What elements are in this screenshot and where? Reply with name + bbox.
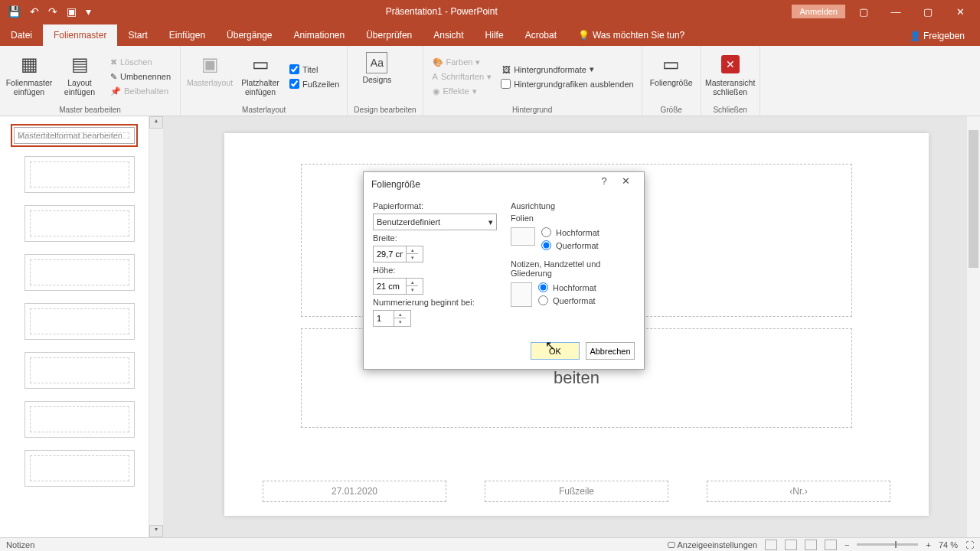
layout-icon: ▤ bbox=[67, 52, 92, 77]
canvas-scrollbar[interactable] bbox=[967, 116, 980, 537]
numbering-input[interactable] bbox=[374, 314, 394, 323]
tab-ueberpruefen[interactable]: Überprüfen bbox=[355, 24, 423, 46]
spin-up-icon[interactable]: ▴ bbox=[394, 311, 406, 318]
layout-thumbnail[interactable] bbox=[24, 352, 135, 389]
title-checkbox[interactable]: Titel bbox=[288, 63, 341, 76]
master-thumbnail[interactable]: Mastertitelformat bearbeiten bbox=[14, 127, 135, 144]
ribbon-options-icon[interactable]: ▢ bbox=[850, 6, 877, 18]
layout-thumbnail[interactable] bbox=[24, 156, 135, 193]
cancel-button[interactable]: Abbrechen bbox=[586, 342, 635, 360]
insert-slidemaster-button[interactable]: ▦ Folienmaster einfügen bbox=[6, 49, 52, 104]
date-placeholder[interactable]: 27.01.2020 bbox=[263, 481, 446, 502]
group-design-bearbeiten: Design bearbeiten bbox=[354, 104, 416, 114]
tab-start[interactable]: Start bbox=[117, 24, 158, 46]
ribbon-tabs: Datei Folienmaster Start Einfügen Übergä… bbox=[0, 23, 980, 46]
height-label: Höhe: bbox=[373, 266, 497, 275]
spin-down-icon[interactable]: ▾ bbox=[407, 254, 418, 262]
rename-button[interactable]: ✎ Umbenennen bbox=[107, 70, 174, 83]
window-title: Präsentation1 - PowerPoint bbox=[91, 6, 792, 17]
height-input[interactable] bbox=[374, 282, 406, 291]
group-master-bearbeiten: Master bearbeiten bbox=[6, 104, 174, 114]
dialog-help-icon[interactable]: ? bbox=[593, 175, 615, 194]
width-label: Breite: bbox=[373, 233, 497, 243]
footer-placeholder[interactable]: Fußzeile bbox=[485, 481, 668, 502]
reading-view-icon[interactable] bbox=[805, 540, 817, 550]
slide-size-icon: ▭ bbox=[659, 52, 684, 77]
footers-checkbox[interactable]: Fußzeilen bbox=[288, 77, 341, 90]
colors-button[interactable]: 🎨 Farben ▾ bbox=[430, 56, 495, 69]
layout-thumbnail[interactable] bbox=[24, 450, 135, 487]
layout-thumbnail[interactable] bbox=[24, 401, 135, 438]
background-styles-button[interactable]: 🖼 Hintergrundformate ▾ bbox=[499, 63, 635, 76]
fonts-button[interactable]: A Schriftarten ▾ bbox=[430, 70, 495, 83]
ribbon: ▦ Folienmaster einfügen ▤ Layout einfüge… bbox=[0, 46, 980, 116]
height-spinner[interactable]: ▴▾ bbox=[373, 278, 423, 295]
normal-view-icon[interactable] bbox=[765, 540, 777, 550]
designs-icon: Aa bbox=[366, 52, 387, 73]
maximize-icon[interactable]: ▢ bbox=[914, 6, 942, 18]
undo-icon[interactable]: ↶ bbox=[30, 5, 39, 18]
width-input[interactable] bbox=[374, 249, 406, 259]
dialog-title: Foliengröße bbox=[371, 179, 593, 190]
effects-button[interactable]: ◉ Effekte ▾ bbox=[430, 85, 495, 98]
layout-thumbnail[interactable] bbox=[24, 254, 135, 291]
chevron-down-icon: ▾ bbox=[488, 217, 493, 227]
tab-ansicht[interactable]: Ansicht bbox=[423, 24, 474, 46]
slides-portrait-radio[interactable]: Hochformat bbox=[541, 226, 599, 239]
tab-datei[interactable]: Datei bbox=[0, 24, 43, 46]
save-icon[interactable]: 💾 bbox=[8, 5, 21, 18]
spin-down-icon[interactable]: ▾ bbox=[394, 318, 406, 326]
slideshow-icon[interactable]: ▣ bbox=[67, 5, 77, 18]
designs-button[interactable]: Aa Designs bbox=[354, 49, 400, 104]
spin-up-icon[interactable]: ▴ bbox=[407, 246, 418, 254]
login-button[interactable]: Anmelden bbox=[792, 5, 845, 18]
layout-thumbnail[interactable] bbox=[24, 205, 135, 242]
tab-acrobat[interactable]: Acrobat bbox=[514, 24, 567, 46]
tab-einfuegen[interactable]: Einfügen bbox=[158, 24, 216, 46]
ok-button[interactable]: OK bbox=[531, 342, 580, 360]
minimize-icon[interactable]: — bbox=[882, 6, 910, 18]
insert-layout-button[interactable]: ▤ Layout einfügen bbox=[57, 49, 103, 104]
tab-uebergaenge[interactable]: Übergänge bbox=[216, 24, 283, 46]
tab-folienmaster[interactable]: Folienmaster bbox=[43, 24, 117, 46]
tab-animationen[interactable]: Animationen bbox=[283, 24, 355, 46]
display-settings-button[interactable]: 🖵 Anzeigeeinstellungen bbox=[667, 540, 757, 549]
share-button[interactable]: 👤 Freigeben bbox=[910, 31, 965, 41]
sorter-view-icon[interactable] bbox=[785, 540, 797, 550]
delete-button[interactable]: ✖ Löschen bbox=[107, 56, 174, 69]
group-groesse: Größe bbox=[648, 104, 694, 114]
slides-landscape-radio[interactable]: Querformat bbox=[541, 239, 599, 252]
landscape-icon bbox=[511, 227, 535, 246]
spin-down-icon[interactable]: ▾ bbox=[407, 286, 418, 294]
close-master-button[interactable]: ✕ Masteransicht schließen bbox=[707, 49, 753, 104]
redo-icon[interactable]: ↷ bbox=[48, 5, 57, 18]
thumbs-scrollbar[interactable]: ▴ ▾ bbox=[149, 116, 163, 537]
preserve-button[interactable]: 📌 Beibehalten bbox=[107, 85, 174, 98]
fit-window-icon[interactable]: ⛶ bbox=[965, 540, 974, 549]
insert-placeholder-button[interactable]: ▭ Platzhalter einfügen bbox=[237, 49, 283, 104]
tab-hilfe[interactable]: Hilfe bbox=[475, 24, 514, 46]
placeholder-icon: ▭ bbox=[248, 52, 273, 77]
numbering-label: Nummerierung beginnt bei: bbox=[373, 298, 497, 307]
notes-portrait-radio[interactable]: Hochformat bbox=[538, 281, 596, 294]
qat-dropdown-icon[interactable]: ▾ bbox=[86, 5, 91, 18]
spin-up-icon[interactable]: ▴ bbox=[407, 279, 418, 286]
width-spinner[interactable]: ▴▾ bbox=[373, 246, 423, 262]
slidenumber-placeholder[interactable]: ‹Nr.› bbox=[707, 481, 890, 502]
notes-landscape-radio[interactable]: Querformat bbox=[538, 294, 596, 307]
zoom-level[interactable]: 74 % bbox=[939, 540, 958, 549]
layout-thumbnail[interactable] bbox=[24, 303, 135, 340]
zoom-in-icon[interactable]: + bbox=[926, 540, 930, 549]
zoom-out-icon[interactable]: − bbox=[844, 540, 849, 549]
zoom-slider[interactable] bbox=[857, 543, 918, 546]
paperformat-select[interactable]: Benutzerdefiniert▾ bbox=[373, 214, 497, 230]
tell-me-search[interactable]: 💡 Was möchten Sie tun? bbox=[567, 24, 695, 46]
close-icon[interactable]: ✕ bbox=[946, 6, 974, 18]
lightbulb-icon: 💡 bbox=[578, 30, 590, 41]
dialog-close-icon[interactable]: ✕ bbox=[615, 175, 636, 194]
numbering-spinner[interactable]: ▴▾ bbox=[373, 310, 411, 327]
hide-bg-graphics-checkbox[interactable]: Hintergrundgrafiken ausblenden bbox=[499, 77, 635, 90]
slideshow-view-icon[interactable] bbox=[825, 540, 837, 550]
slide-size-button[interactable]: ▭ Foliengröße bbox=[648, 49, 694, 104]
notes-button[interactable]: Notizen bbox=[6, 540, 34, 549]
